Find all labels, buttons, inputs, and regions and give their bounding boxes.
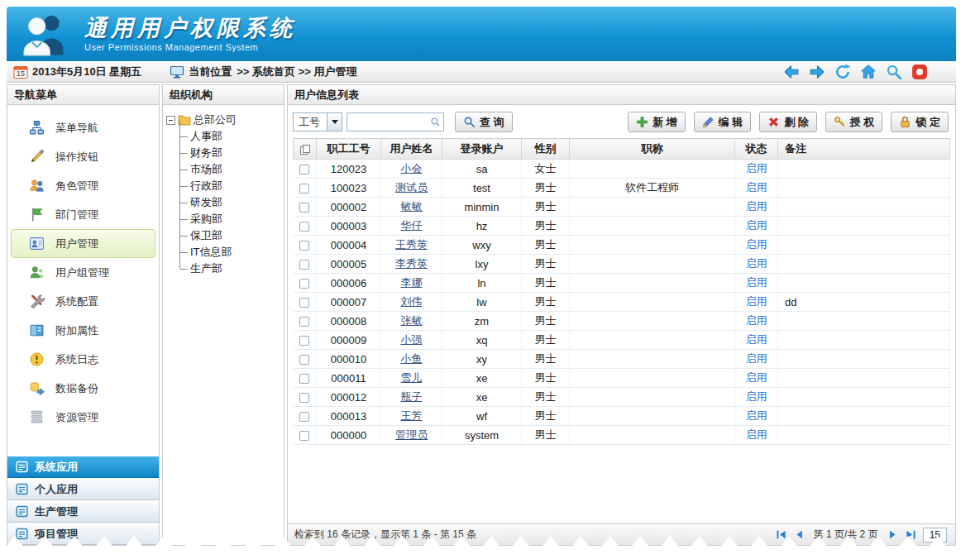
- query-button[interactable]: 查 询: [455, 112, 513, 132]
- search-field-selector[interactable]: 工号: [293, 112, 342, 131]
- sidebar-item-department-management[interactable]: 部门管理: [11, 200, 155, 229]
- table-row[interactable]: 000010小鱼xy男士启用: [294, 350, 950, 369]
- refresh-icon[interactable]: [834, 64, 851, 80]
- org-tree-node[interactable]: 财务部: [179, 145, 280, 161]
- sidebar-item-system-log[interactable]: 系统日志: [11, 345, 155, 374]
- row-checkbox[interactable]: [299, 355, 309, 365]
- sidebar-section-personal-apps[interactable]: 个人应用: [7, 478, 159, 500]
- table-row[interactable]: 000008张敏zm男士启用: [294, 312, 950, 331]
- first-page-button[interactable]: [775, 528, 787, 541]
- row-checkbox[interactable]: [299, 222, 309, 232]
- sidebar-item-user-group-management[interactable]: 用户组管理: [11, 258, 155, 287]
- org-tree-node[interactable]: 保卫部: [179, 227, 280, 244]
- table-row[interactable]: 000011雪儿xe男士启用: [294, 369, 950, 388]
- row-checkbox[interactable]: [299, 317, 309, 327]
- column-select-all[interactable]: [294, 139, 317, 160]
- user-name-link[interactable]: 管理员: [395, 428, 428, 441]
- user-name-link[interactable]: 测试员: [395, 181, 428, 194]
- sidebar-item-menu-navigation[interactable]: 菜单导航: [11, 113, 155, 142]
- org-tree-node[interactable]: 市场部: [179, 161, 280, 178]
- user-name-link[interactable]: 敏敏: [401, 200, 423, 213]
- breadcrumb-path[interactable]: >> 系统首页 >> 用户管理: [237, 64, 356, 79]
- org-tree-node[interactable]: 研发部: [179, 194, 280, 211]
- row-checkbox[interactable]: [299, 184, 309, 194]
- column-remark[interactable]: 备注: [778, 139, 950, 160]
- org-tree-node[interactable]: IT信息部: [179, 244, 280, 260]
- table-row[interactable]: 000003华仔hz男士启用: [294, 217, 950, 236]
- prev-page-button[interactable]: [793, 528, 806, 541]
- edit-button[interactable]: 编 辑: [694, 112, 752, 132]
- dropdown-button[interactable]: [327, 113, 342, 131]
- user-name-link[interactable]: 李娜: [401, 276, 423, 289]
- row-checkbox[interactable]: [299, 412, 309, 422]
- user-name-link[interactable]: 王芳: [401, 409, 423, 422]
- org-tree-root[interactable]: 总部公司: [166, 112, 280, 128]
- column-employee-id[interactable]: 职工工号: [317, 139, 381, 160]
- column-job-title[interactable]: 职称: [570, 139, 735, 160]
- user-name-link[interactable]: 小会: [401, 162, 423, 174]
- row-checkbox[interactable]: [299, 279, 309, 289]
- table-row[interactable]: 100023测试员test男士软件工程师启用: [294, 179, 950, 198]
- table-row[interactable]: 000013王芳wf男士启用: [294, 407, 950, 426]
- row-checkbox[interactable]: [299, 298, 309, 308]
- org-tree-node[interactable]: 采购部: [179, 211, 280, 227]
- column-login-account[interactable]: 登录账户: [442, 139, 522, 160]
- page-size-select[interactable]: 15: [923, 528, 947, 542]
- lock-button[interactable]: 锁 定: [891, 112, 949, 132]
- table-row[interactable]: 120023小会sa女士启用: [294, 160, 950, 179]
- delete-button[interactable]: 删 除: [759, 112, 817, 132]
- column-gender[interactable]: 性别: [522, 139, 570, 160]
- sidebar-item-user-management[interactable]: 用户管理: [11, 229, 155, 258]
- row-checkbox[interactable]: [299, 165, 309, 174]
- last-page-button[interactable]: [905, 528, 917, 541]
- org-tree-node[interactable]: 人事部: [179, 128, 280, 145]
- column-status[interactable]: 状态: [735, 139, 778, 160]
- sidebar-section-production-management[interactable]: 生产管理: [7, 500, 159, 523]
- org-tree-node[interactable]: 行政部: [179, 178, 280, 194]
- column-user-name[interactable]: 用户姓名: [381, 139, 442, 160]
- logout-icon[interactable]: [911, 64, 928, 80]
- sidebar-item-resource-management[interactable]: 资源管理: [11, 403, 155, 432]
- authorize-button[interactable]: 授 权: [825, 112, 883, 132]
- table-row[interactable]: 000006李娜ln男士启用: [294, 274, 950, 293]
- forward-icon[interactable]: [809, 64, 825, 80]
- cell-job-title: 软件工程师: [570, 179, 735, 198]
- table-row[interactable]: 000002敏敏minmin男士启用: [294, 198, 950, 217]
- table-row[interactable]: 000007刘伟lw男士启用dd: [294, 293, 950, 312]
- table-row[interactable]: 000000管理员system男士启用: [294, 426, 950, 445]
- user-name-link[interactable]: 刘伟: [401, 295, 423, 308]
- next-page-button[interactable]: [887, 528, 899, 541]
- sidebar-item-system-config[interactable]: 系统配置: [11, 287, 155, 316]
- row-checkbox[interactable]: [299, 431, 309, 441]
- user-name-link[interactable]: 小强: [401, 333, 423, 346]
- back-icon[interactable]: [783, 64, 800, 80]
- org-tree-node[interactable]: 生产部: [179, 260, 280, 277]
- user-name-link[interactable]: 李秀英: [395, 257, 428, 270]
- sidebar-section-project-management[interactable]: 项目管理: [7, 523, 159, 545]
- table-row[interactable]: 000005李秀英lxy男士启用: [294, 255, 950, 274]
- sidebar-item-action-buttons[interactable]: 操作按钮: [11, 142, 155, 171]
- row-checkbox[interactable]: [299, 336, 309, 346]
- collapse-icon[interactable]: [166, 116, 175, 125]
- sidebar-item-role-management[interactable]: 角色管理: [11, 171, 155, 200]
- user-name-link[interactable]: 张敏: [401, 314, 423, 327]
- row-checkbox[interactable]: [299, 260, 309, 270]
- sidebar-section-system-apps[interactable]: 系统应用: [7, 456, 159, 478]
- add-button[interactable]: 新 增: [628, 112, 686, 132]
- search-icon[interactable]: [886, 64, 902, 80]
- table-row[interactable]: 000009小强xq男士启用: [294, 331, 950, 350]
- row-checkbox[interactable]: [299, 393, 309, 403]
- user-name-link[interactable]: 华仔: [401, 219, 423, 232]
- home-icon[interactable]: [860, 64, 877, 80]
- row-checkbox[interactable]: [299, 374, 309, 384]
- user-name-link[interactable]: 瓶子: [401, 390, 423, 403]
- table-row[interactable]: 000004王秀英wxy男士启用: [294, 236, 950, 255]
- sidebar-item-extra-attributes[interactable]: 附加属性: [11, 316, 155, 345]
- user-name-link[interactable]: 王秀英: [395, 238, 428, 251]
- user-name-link[interactable]: 雪儿: [401, 371, 423, 384]
- sidebar-item-data-backup[interactable]: 数据备份: [11, 374, 155, 403]
- row-checkbox[interactable]: [299, 203, 309, 213]
- table-row[interactable]: 000012瓶子xe男士启用: [294, 388, 950, 407]
- row-checkbox[interactable]: [299, 241, 309, 251]
- user-name-link[interactable]: 小鱼: [401, 352, 423, 365]
